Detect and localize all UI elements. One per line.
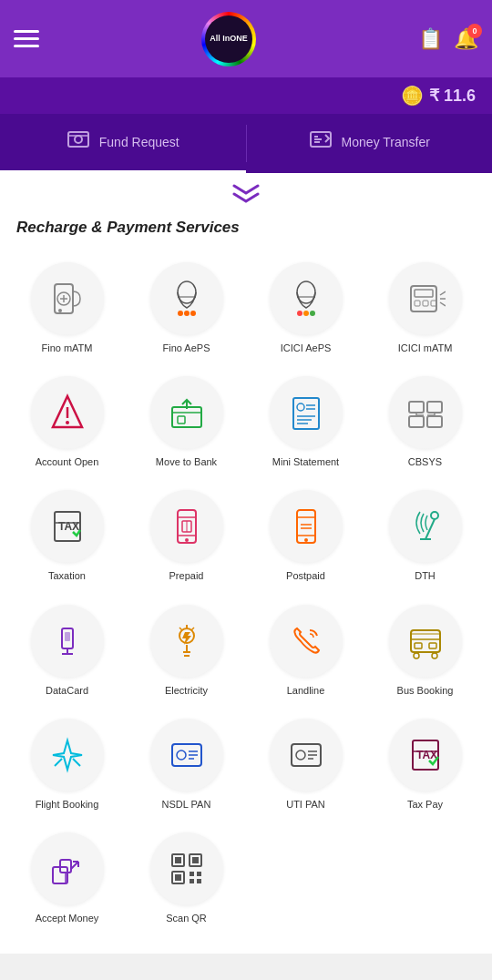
main-tabs: Fund Request Money Transfer [0, 114, 492, 173]
service-accept-money[interactable]: Accept Money [7, 822, 127, 935]
service-datacard[interactable]: DataCard [7, 594, 127, 708]
mini-statement-label: Mini Statement [272, 456, 339, 468]
svg-rect-45 [427, 402, 442, 413]
tab-fund-request[interactable]: Fund Request [0, 114, 246, 173]
svg-line-29 [440, 302, 446, 306]
uti-pan-circle [270, 719, 343, 791]
svg-rect-69 [65, 632, 70, 641]
header-actions: 📋 🔔 0 [418, 27, 478, 51]
flight-booking-circle [31, 719, 104, 791]
section-title: Recharge & Payment Services [0, 215, 492, 251]
svg-point-54 [185, 538, 189, 542]
app-header: All InONE 📋 🔔 0 [0, 0, 492, 77]
electricity-label: Electricity [165, 685, 208, 697]
prepaid-circle [150, 490, 223, 563]
chevron-down-icon [232, 184, 260, 209]
cbsys-circle [389, 376, 462, 449]
dth-circle [389, 490, 462, 563]
nsdl-pan-label: NSDL PAN [162, 799, 211, 811]
chevron-row [0, 173, 492, 215]
svg-point-82 [432, 653, 437, 658]
money-transfer-icon [309, 128, 333, 157]
svg-rect-108 [190, 879, 194, 883]
accept-money-label: Accept Money [36, 913, 99, 924]
svg-point-16 [190, 311, 196, 316]
service-mini-statement[interactable]: Mini Statement [246, 365, 365, 479]
tab-money-transfer[interactable]: Money Transfer [247, 114, 493, 173]
service-taxation[interactable]: TAX Taxation [7, 479, 127, 593]
icici-matm-label: ICICI mATM [398, 342, 453, 354]
scan-qr-label: Scan QR [166, 913, 207, 924]
service-move-to-bank[interactable]: Move to Bank [127, 365, 246, 479]
svg-point-1 [75, 136, 82, 143]
taxation-circle: TAX [31, 490, 104, 563]
datacard-circle [31, 605, 104, 678]
svg-rect-25 [423, 301, 428, 306]
service-bus-booking[interactable]: Bus Booking [365, 594, 485, 708]
svg-point-19 [297, 311, 302, 316]
svg-rect-107 [197, 872, 201, 876]
logo-inner: All InONE [205, 15, 252, 63]
svg-text:TAX: TAX [58, 520, 79, 533]
svg-text:TAX: TAX [416, 749, 437, 761]
service-dth[interactable]: DTH [365, 479, 485, 593]
service-uti-pan[interactable]: UTI PAN [246, 708, 365, 822]
accept-money-circle [31, 832, 104, 905]
svg-rect-37 [293, 398, 319, 429]
service-icici-matm[interactable]: ICICI mATM [365, 251, 485, 365]
svg-point-11 [58, 309, 62, 312]
cbsys-label: CBSYS [408, 456, 442, 468]
service-icici-aeps[interactable]: ICICI AePS [246, 251, 365, 365]
prepaid-label: Prepaid [169, 570, 204, 582]
tax-pay-label: Tax Pay [407, 799, 443, 811]
coins-icon: 🪙 [401, 85, 424, 107]
svg-point-32 [66, 421, 69, 424]
document-icon[interactable]: 📋 [418, 27, 443, 51]
service-fino-matm[interactable]: Fino mATM [7, 251, 127, 365]
fund-request-label: Fund Request [99, 135, 179, 149]
icici-aeps-label: ICICI AePS [281, 342, 332, 354]
service-nsdl-pan[interactable]: NSDL PAN [127, 708, 246, 822]
svg-rect-23 [415, 290, 433, 297]
svg-point-38 [297, 403, 304, 411]
service-cbsys[interactable]: CBSYS [365, 365, 485, 479]
postpaid-circle [270, 490, 343, 563]
landline-label: Landline [287, 685, 325, 697]
service-account-open[interactable]: Account Open [7, 365, 127, 479]
service-fino-aeps[interactable]: Fino AePS [127, 251, 246, 365]
service-postpaid[interactable]: Postpaid [246, 479, 365, 593]
svg-rect-35 [178, 416, 185, 424]
svg-point-63 [431, 512, 438, 519]
move-to-bank-circle [150, 376, 223, 449]
flight-booking-label: Flight Booking [36, 799, 99, 811]
service-tax-pay[interactable]: TAX Tax Pay [365, 708, 485, 822]
service-landline[interactable]: Landline [246, 594, 365, 708]
fino-aeps-circle [150, 262, 223, 335]
datacard-label: DataCard [46, 685, 88, 697]
nsdl-pan-circle [150, 719, 223, 791]
notification-bell[interactable]: 🔔 0 [454, 27, 478, 51]
hamburger-menu[interactable] [14, 30, 39, 47]
svg-point-90 [296, 750, 305, 760]
account-open-circle [31, 376, 104, 449]
svg-rect-106 [190, 872, 194, 876]
svg-rect-57 [297, 510, 315, 543]
svg-point-85 [177, 750, 186, 760]
service-scan-qr[interactable]: Scan QR [127, 822, 246, 935]
service-electricity[interactable]: Electricity [127, 594, 246, 708]
services-grid: Fino mATM Fino AePS [0, 251, 492, 954]
money-transfer-label: Money Transfer [342, 135, 430, 149]
taxation-label: Taxation [48, 570, 86, 582]
service-flight-booking[interactable]: Flight Booking [7, 708, 127, 822]
svg-rect-24 [415, 301, 420, 306]
svg-point-81 [414, 653, 419, 658]
move-to-bank-label: Move to Bank [156, 456, 217, 468]
scan-qr-circle [150, 832, 223, 905]
svg-rect-109 [197, 879, 201, 883]
svg-rect-101 [175, 857, 181, 863]
bus-booking-circle [389, 605, 462, 678]
service-prepaid[interactable]: Prepaid [127, 479, 246, 593]
fund-request-icon [67, 128, 90, 157]
svg-rect-44 [409, 402, 424, 413]
electricity-circle [150, 605, 223, 678]
